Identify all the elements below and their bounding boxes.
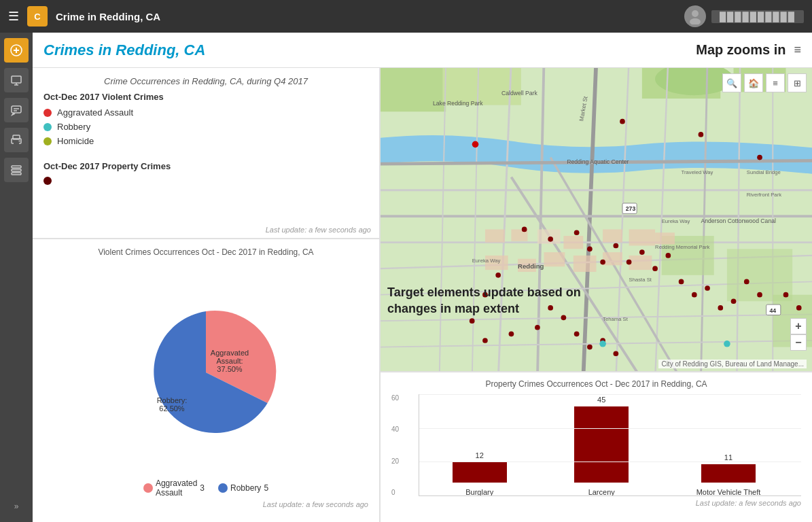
svg-rect-49: [485, 229, 505, 242]
pie-label-robbery: Robbery: [230, 483, 261, 493]
crimes-panel: Crime Occurrences in Redding, CA, during…: [33, 68, 379, 238]
legend-property: [43, 177, 368, 185]
svg-point-78: [699, 132, 704, 137]
svg-text:C: C: [34, 12, 41, 22]
y-label-0: 0: [391, 489, 416, 496]
page-header: Crimes in Redding, CA Map zooms in ≡: [33, 33, 812, 68]
svg-point-2: [692, 10, 699, 17]
svg-point-90: [679, 279, 684, 285]
svg-point-87: [639, 249, 645, 255]
legend-dot-assault: [43, 109, 52, 117]
pie-legend-robbery: Robbery 5: [218, 478, 268, 498]
svg-rect-10: [12, 106, 21, 113]
y-axis-labels: 60 40 20 0: [391, 394, 416, 496]
sidebar-btn-add[interactable]: [4, 38, 29, 63]
bar-burglary-rect: [453, 462, 507, 483]
svg-point-16: [19, 141, 20, 142]
map-panel[interactable]: Market St Anderson Cottonwood Canal Redd…: [381, 68, 812, 371]
pie-footer: Last update: a few seconds ago: [43, 500, 368, 508]
user-avatar[interactable]: [684, 5, 706, 27]
sidebar-expand-btn[interactable]: »: [14, 496, 19, 517]
svg-text:Lake Redding Park: Lake Redding Park: [433, 100, 483, 107]
map-zoom-in-btn[interactable]: +: [790, 318, 807, 334]
svg-rect-7: [12, 76, 21, 83]
y-label-20: 20: [391, 457, 416, 465]
sidebar-btn-display[interactable]: [4, 68, 29, 92]
pie-count-assault: 3: [200, 483, 205, 493]
bar-chart-title: Property Crimes Occurrences Oct - Dec 20…: [391, 379, 801, 389]
map-home-btn[interactable]: 🏠: [744, 73, 763, 92]
map-zoom-controls: + −: [790, 318, 807, 351]
pie-chart-panel: Violent Crimes Occurrences Oct - Dec 201…: [33, 239, 379, 522]
svg-point-84: [600, 260, 605, 265]
svg-point-100: [495, 273, 501, 278]
violent-crimes-title: Oct-Dec 2017 Violent Crimes: [43, 92, 368, 102]
hamburger-icon[interactable]: ≡: [794, 43, 801, 57]
legend-dot-homicide: [43, 137, 52, 145]
svg-point-88: [652, 266, 658, 271]
property-crimes-title: Oct-Dec 2017 Property Crimes: [43, 161, 368, 171]
svg-rect-52: [563, 236, 583, 249]
svg-text:Redding: Redding: [518, 262, 544, 270]
svg-text:273: 273: [626, 205, 636, 212]
legend-label-robbery: Robbery: [57, 122, 90, 132]
legend-dot-robbery: [43, 123, 52, 131]
menu-icon[interactable]: ☰: [8, 9, 19, 24]
svg-point-81: [548, 237, 553, 242]
svg-point-112: [599, 341, 606, 347]
svg-text:Assault:: Assault:: [216, 357, 243, 365]
map-grid-btn[interactable]: ⊞: [788, 73, 807, 92]
svg-point-95: [744, 279, 749, 285]
bar-motor-vehicle-theft: 11 Motor Vehicle Theft: [696, 453, 761, 496]
svg-point-108: [574, 332, 580, 337]
topbar-right: ██████████: [684, 5, 804, 27]
legend-homicide: Homicide: [43, 136, 368, 146]
legend-robbery: Robbery: [43, 122, 368, 132]
svg-point-85: [614, 243, 619, 249]
svg-point-82: [574, 230, 580, 235]
legend-label-assault: Aggravated Assault: [57, 107, 133, 118]
svg-rect-54: [629, 229, 655, 245]
sidebar-btn-print[interactable]: [4, 128, 29, 152]
sidebar-btn-data[interactable]: [4, 158, 29, 182]
bar-larceny: 45 Larceny: [574, 396, 629, 496]
bar-larceny-value: 45: [597, 396, 605, 404]
sidebar-btn-comment[interactable]: [4, 98, 29, 122]
svg-point-103: [482, 338, 488, 343]
pie-chart-title: Violent Crimes Occurrences Oct - Dec 201…: [43, 247, 368, 257]
svg-text:Eureka Way: Eureka Way: [662, 218, 690, 224]
svg-rect-58: [544, 252, 565, 266]
y-label-40: 40: [391, 425, 416, 433]
bar-chart-panel: Property Crimes Occurrences Oct - Dec 20…: [381, 372, 812, 522]
dashboard-grid: Crime Occurrences in Redding, CA, during…: [33, 68, 812, 522]
svg-point-3: [690, 18, 701, 24]
pie-main-area: Aggravated Assault: 37.50% Robbery: 62.5…: [43, 260, 368, 485]
svg-point-109: [587, 345, 593, 350]
topbar: ☰ C Crime in Redding, CA ██████████: [0, 0, 812, 33]
svg-point-83: [587, 246, 593, 251]
svg-point-93: [718, 305, 723, 311]
svg-text:Redding Memorial Park: Redding Memorial Park: [655, 244, 709, 250]
page-title: Crimes in Redding, CA: [43, 41, 205, 59]
svg-point-96: [757, 292, 762, 298]
main-layout: » Crimes in Redding, CA Map zooms in ≡ C…: [0, 33, 812, 522]
content-area: Crimes in Redding, CA Map zooms in ≡ Cri…: [33, 33, 812, 522]
map-list-btn[interactable]: ≡: [766, 73, 785, 92]
svg-rect-15: [14, 141, 19, 144]
svg-point-113: [724, 341, 730, 347]
svg-text:Traveled Way: Traveled Way: [682, 169, 713, 175]
map-target-text: Target elements update based on changes …: [387, 285, 591, 317]
svg-point-79: [757, 155, 762, 160]
y-label-60: 60: [391, 394, 416, 402]
right-column: Market St Anderson Cottonwood Canal Redd…: [381, 68, 812, 522]
page-header-right: Map zooms in ≡: [696, 42, 801, 58]
map-search-btn[interactable]: 🔍: [722, 73, 741, 92]
svg-rect-61: [629, 256, 652, 270]
pie-dot-assault: [143, 483, 153, 493]
svg-point-92: [705, 285, 710, 291]
svg-text:44: 44: [769, 307, 776, 314]
map-zoom-out-btn[interactable]: −: [790, 334, 807, 351]
app-title: Crime in Redding, CA: [56, 11, 160, 22]
username-display: ██████████: [711, 10, 804, 23]
svg-text:Redding Aquatic Center: Redding Aquatic Center: [567, 158, 629, 165]
